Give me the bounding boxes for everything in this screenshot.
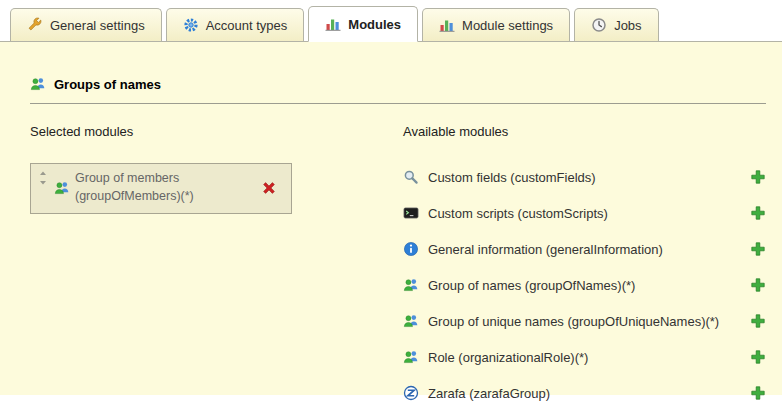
clock-icon — [591, 17, 607, 33]
green-plus-icon[interactable] — [750, 313, 766, 329]
available-module-group-of-unique-names: Group of unique names (groupOfUniqueName… — [403, 310, 768, 332]
group-icon — [403, 313, 419, 329]
drag-handle-icon[interactable] — [37, 171, 49, 185]
tab-label: Module settings — [462, 18, 553, 33]
tab-general-settings[interactable]: General settings — [10, 8, 162, 41]
green-plus-icon[interactable] — [750, 169, 766, 185]
available-module-role: Role (organizationalRole)(*) — [403, 346, 768, 368]
available-module-general-information: General information (generalInformation) — [403, 238, 768, 260]
tab-bar: General settings Account types Modules M… — [0, 0, 782, 42]
available-module-label: Role (organizationalRole)(*) — [428, 350, 741, 365]
selected-module-group-of-members[interactable]: Group of members (groupOfMembers)(*) — [30, 163, 292, 214]
terminal-icon — [403, 205, 419, 221]
section-title: Groups of names — [30, 76, 768, 92]
available-module-label: Custom scripts (customScripts) — [428, 206, 741, 221]
zarafa-icon — [403, 385, 419, 401]
magnifier-icon — [403, 169, 419, 185]
available-modules-list: Custom fields (customFields) Custom scri… — [403, 166, 768, 403]
tab-module-settings[interactable]: Module settings — [422, 8, 570, 41]
red-x-icon[interactable] — [261, 180, 277, 196]
available-module-group-of-names: Group of names (groupOfNames)(*) — [403, 274, 768, 296]
selected-module-label: Group of members (groupOfMembers)(*) — [75, 170, 225, 205]
modules-panel: Groups of names Selected modules Group o… — [0, 42, 782, 395]
tab-label: General settings — [50, 18, 145, 33]
tab-label: Modules — [348, 17, 401, 32]
group-icon — [54, 180, 70, 196]
available-module-custom-scripts: Custom scripts (customScripts) — [403, 202, 768, 224]
selected-modules-heading: Selected modules — [30, 124, 403, 139]
available-module-label: Group of names (groupOfNames)(*) — [428, 278, 741, 293]
wrench-icon — [27, 17, 43, 33]
green-plus-icon[interactable] — [750, 385, 766, 401]
info-icon — [403, 241, 419, 257]
green-plus-icon[interactable] — [750, 205, 766, 221]
tab-account-types[interactable]: Account types — [166, 8, 305, 41]
available-modules-heading: Available modules — [403, 124, 768, 139]
modules-chart-icon — [439, 17, 455, 33]
available-module-label: Custom fields (customFields) — [428, 170, 741, 185]
available-module-label: General information (generalInformation) — [428, 242, 741, 257]
available-module-label: Group of unique names (groupOfUniqueName… — [428, 314, 741, 329]
green-plus-icon[interactable] — [750, 277, 766, 293]
group-icon — [403, 349, 419, 365]
tab-jobs[interactable]: Jobs — [574, 8, 658, 41]
available-module-zarafa: Zarafa (zarafaGroup) — [403, 382, 768, 403]
available-module-custom-fields: Custom fields (customFields) — [403, 166, 768, 188]
available-module-label: Zarafa (zarafaGroup) — [428, 386, 741, 401]
tab-modules[interactable]: Modules — [308, 6, 418, 42]
tab-label: Jobs — [614, 18, 641, 33]
tab-label: Account types — [206, 18, 288, 33]
group-icon — [30, 76, 46, 92]
group-icon — [403, 277, 419, 293]
gear-icon — [183, 17, 199, 33]
green-plus-icon[interactable] — [750, 349, 766, 365]
green-plus-icon[interactable] — [750, 241, 766, 257]
section-title-text: Groups of names — [54, 77, 161, 92]
modules-chart-icon — [325, 16, 341, 32]
title-divider — [30, 103, 766, 104]
